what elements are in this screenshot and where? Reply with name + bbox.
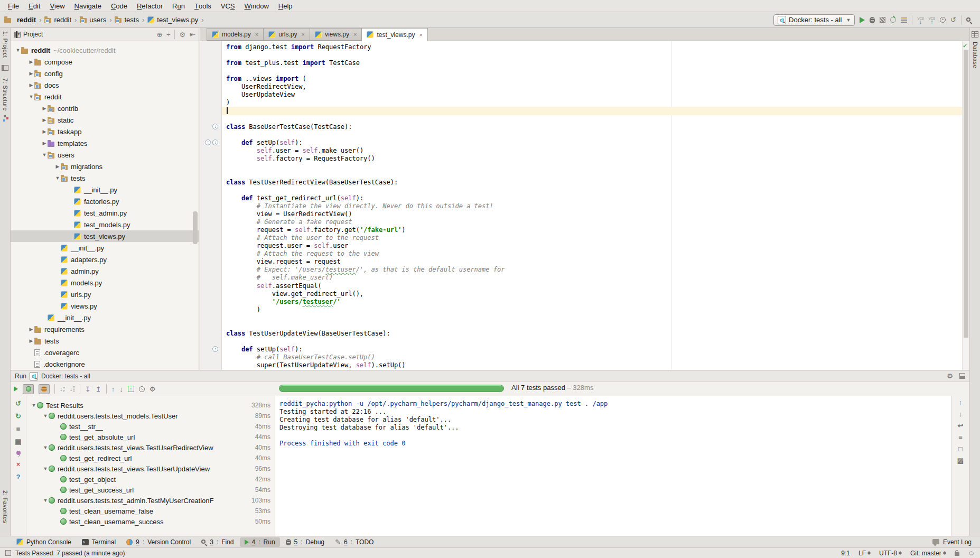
chevron-collapsed-icon[interactable]: ▶ [54,164,61,169]
chevron-collapsed-icon[interactable]: ▶ [41,106,48,111]
tree-item-factories-py[interactable]: factories.py [11,196,199,207]
run-gutter-up-icon[interactable]: ↑ [212,346,218,352]
tree-item-models-py[interactable]: models.py [11,277,199,289]
chevron-expanded-icon[interactable]: ▼ [15,48,21,53]
local-history-icon[interactable] [940,17,946,23]
tab-views-py[interactable]: views.py× [310,28,362,41]
tool-stripe-project[interactable]: 1: Project [2,31,8,58]
menu-item-help[interactable]: Help [274,0,297,12]
tree-item-taskapp[interactable]: ▶taskapp [11,126,199,137]
run-gutter-icons[interactable]: ↑↓ [205,140,218,145]
test-row-test_clean_username_success[interactable]: test_clean_username_success50ms [26,516,275,527]
tree-item-__init__-py[interactable]: __init__.py [11,312,199,323]
sort-alphabetically-icon[interactable]: ↓az [60,386,65,392]
tool-stripe-database[interactable]: Database [972,42,978,68]
run-gutter-down-icon[interactable]: ↓ [212,140,218,145]
event-log-button[interactable]: Event Log [932,538,980,546]
tree-item-tests[interactable]: ▼tests [11,172,199,184]
show-passed-toggle[interactable] [23,384,34,394]
hide-panel-icon[interactable] [959,373,965,379]
chevron-collapsed-icon[interactable]: ▶ [28,338,34,343]
tree-item-__init__-py[interactable]: __init__.py [11,184,199,196]
run-button[interactable] [860,17,865,23]
profiler-button[interactable] [890,17,896,23]
next-failed-icon[interactable]: ↓ [119,386,123,393]
menu-item-view[interactable]: View [45,0,69,12]
soft-wrap-icon[interactable]: ↩ [958,422,964,429]
tree-item--dockerignore[interactable]: .dockerignore [11,358,199,370]
vcs-update-button[interactable]: VCS↓ [917,17,923,23]
editor-scrollbar[interactable]: ✔ [962,41,969,370]
close-icon[interactable]: × [301,31,304,38]
chevron-expanded-icon[interactable]: ▼ [42,445,49,450]
close-icon[interactable]: × [419,32,422,38]
menu-item-edit[interactable]: Edit [24,0,45,12]
tree-item-migrations[interactable]: ▶migrations [11,161,199,172]
chevron-expanded-icon[interactable]: ▼ [54,175,61,181]
expand-all-icon[interactable]: ↧ [85,386,91,393]
tree-item-test_admin-py[interactable]: test_admin.py [11,207,199,219]
collapse-all-icon[interactable]: ↥ [96,386,101,393]
toolwindow-python-console[interactable]: Python Console [12,537,76,547]
chevron-expanded-icon[interactable]: ▼ [42,413,49,418]
rerun-icon[interactable]: ↺ [15,400,21,407]
tree-item-compose[interactable]: ▶compose [11,56,199,68]
tool-stripe-favorites[interactable]: 2: Favorites [2,490,8,523]
previous-failed-icon[interactable]: ↑ [111,386,115,393]
test-row-test_get_success_url[interactable]: test_get_success_url54ms [26,485,275,495]
structure-icon[interactable] [4,115,6,117]
show-ignored-toggle[interactable] [39,384,50,394]
locate-file-icon[interactable]: ⊕ [156,31,162,38]
tree-item-urls-py[interactable]: urls.py [11,289,199,300]
tree-item-docs[interactable]: ▶docs [11,79,199,91]
project-panel-title[interactable]: Project [23,31,43,38]
collapse-all-icon[interactable]: ÷ [166,31,170,38]
gear-icon[interactable]: ⚙ [179,31,185,38]
toolwindow-debug[interactable]: 5: Debug [281,537,329,547]
database-icon[interactable] [972,31,978,38]
tree-item-reddit[interactable]: ▼reddit [11,91,199,103]
scroll-down-icon[interactable]: ↓ [959,411,963,417]
tool-stripe-structure[interactable]: 7: Structure [2,78,8,111]
menu-item-vcs[interactable]: VCS [216,0,240,12]
vcs-commit-button[interactable]: VCS↑ [929,17,935,23]
scroll-to-end-icon[interactable]: ≡ [958,434,963,441]
menu-item-code[interactable]: Code [106,0,132,12]
breadcrumb-item-reddit[interactable]: reddit [4,16,36,24]
test-history-icon[interactable] [139,386,145,392]
run-gutter-up-icon[interactable]: ↑ [205,140,211,145]
test-row-reddit-users-tests-test_admin-TestMyUserCreationF[interactable]: ▼reddit.users.tests.test_admin.TestMyUse… [26,495,275,506]
run-with-coverage-button[interactable] [880,17,885,23]
lock-icon[interactable] [955,552,959,556]
run-gutter-icons[interactable]: ↑ [212,346,218,352]
dump-console-icon[interactable]: ▤ [15,438,21,445]
menu-item-navigate[interactable]: Navigate [70,0,106,12]
breadcrumb-item-reddit[interactable]: reddit [44,16,71,24]
chevron-expanded-icon[interactable]: ▼ [42,466,49,471]
tree-item-__init__-py[interactable]: __init__.py [11,242,199,254]
menu-item-tools[interactable]: Tools [190,0,216,12]
chevron-expanded-icon[interactable]: ▼ [41,152,48,157]
scroll-up-icon[interactable]: ↑ [959,399,963,406]
pin-tab-icon[interactable] [16,451,21,455]
tree-item-requirements[interactable]: ▶requirements [11,323,199,335]
chevron-collapsed-icon[interactable]: ▶ [28,71,34,76]
tree-item-views-py[interactable]: views.py [11,300,199,312]
tree-item-templates[interactable]: ▶templates [11,137,199,149]
git-branch-select[interactable]: Git: master [910,550,946,557]
tree-item-test_models-py[interactable]: test_models.py [11,219,199,230]
tree-item-reddit[interactable]: ▼reddit ~/cookiecutter/reddit [11,44,199,56]
menu-item-refactor[interactable]: Refactor [132,0,167,12]
test-row-reddit-users-tests-test_views-TestUserRedirectView[interactable]: ▼reddit.users.tests.test_views.TestUserR… [26,442,275,453]
rollback-button[interactable]: ↺ [950,16,956,23]
breadcrumb-item-tests[interactable]: tests [115,16,138,24]
tab-test_views-py[interactable]: test_views.py× [362,28,427,41]
toolwindow-run[interactable]: 4: Run [240,537,280,547]
encoding-select[interactable]: UTF-8 [879,550,902,557]
toolwindow-version-control[interactable]: 9: Version Control [122,537,195,547]
clear-all-icon[interactable]: ▨ [957,457,964,464]
test-row-reddit-users-tests-test_views-TestUserUpdateView[interactable]: ▼reddit.users.tests.test_views.TestUserU… [26,463,275,474]
chevron-collapsed-icon[interactable]: ▶ [28,82,34,88]
breadcrumb-item-users[interactable]: users [80,16,106,24]
chevron-expanded-icon[interactable]: ▼ [42,498,49,503]
